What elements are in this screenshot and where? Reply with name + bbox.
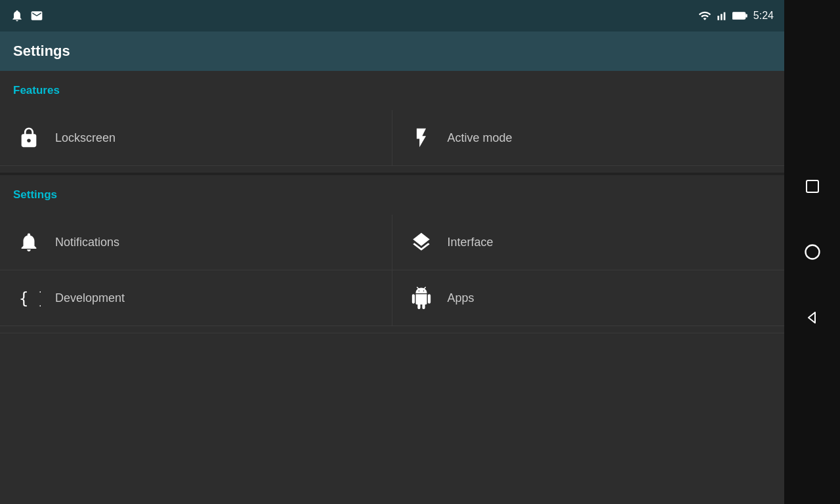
wifi-icon <box>698 9 711 22</box>
code-icon: { } <box>16 285 42 311</box>
bottom-divider <box>0 333 784 333</box>
svg-point-7 <box>805 245 819 259</box>
notifications-item[interactable]: Notifications <box>0 215 392 270</box>
svg-rect-1 <box>721 14 723 20</box>
lockscreen-label: Lockscreen <box>55 131 116 145</box>
square-icon <box>805 178 820 194</box>
bell-icon <box>16 229 42 255</box>
home-button[interactable] <box>799 239 826 265</box>
battery-icon <box>732 10 748 21</box>
back-button[interactable] <box>799 304 826 331</box>
notification-icon <box>10 9 24 22</box>
svg-marker-8 <box>808 312 815 323</box>
features-header: Features <box>0 71 784 104</box>
svg-rect-6 <box>807 180 818 192</box>
app-bar: Settings <box>0 32 784 71</box>
features-grid: Lockscreen Active mode <box>0 104 784 173</box>
apps-label: Apps <box>448 291 474 305</box>
lockscreen-item[interactable]: Lockscreen <box>0 110 392 166</box>
svg-rect-4 <box>746 14 747 17</box>
active-mode-label: Active mode <box>448 131 513 145</box>
lock-icon <box>16 125 42 151</box>
status-bar: 5:24 <box>0 0 784 32</box>
layers-icon <box>408 229 434 255</box>
triangle-icon <box>805 310 820 326</box>
android-icon <box>408 285 434 311</box>
email-icon <box>30 9 43 22</box>
svg-rect-0 <box>717 16 719 20</box>
bolt-icon <box>408 125 434 151</box>
settings-grid: Notifications Interface { } <box>0 208 784 333</box>
active-mode-item[interactable]: Active mode <box>392 110 785 166</box>
interface-item[interactable]: Interface <box>392 215 785 270</box>
apps-item[interactable]: Apps <box>392 270 785 326</box>
main-screen: 5:24 Settings Features Lockscreen <box>0 0 784 504</box>
app-bar-title: Settings <box>13 43 70 60</box>
interface-label: Interface <box>448 236 494 249</box>
svg-text:{ }: { } <box>19 289 41 308</box>
status-bar-right: 5:24 <box>698 9 774 22</box>
time-display: 5:24 <box>753 10 774 22</box>
signal-icon <box>717 9 727 22</box>
circle-icon <box>803 243 822 261</box>
settings-header: Settings <box>0 175 784 208</box>
recents-button[interactable] <box>799 173 826 200</box>
android-nav-bar <box>784 0 840 504</box>
settings-section: Settings Notifications <box>0 175 784 333</box>
content-area: Features Lockscreen <box>0 71 784 504</box>
notifications-label: Notifications <box>55 236 119 249</box>
svg-rect-3 <box>732 12 746 19</box>
development-label: Development <box>55 291 125 305</box>
development-item[interactable]: { } Development <box>0 270 392 326</box>
status-bar-left <box>10 9 43 22</box>
features-section: Features Lockscreen <box>0 71 784 173</box>
svg-rect-2 <box>724 12 726 20</box>
